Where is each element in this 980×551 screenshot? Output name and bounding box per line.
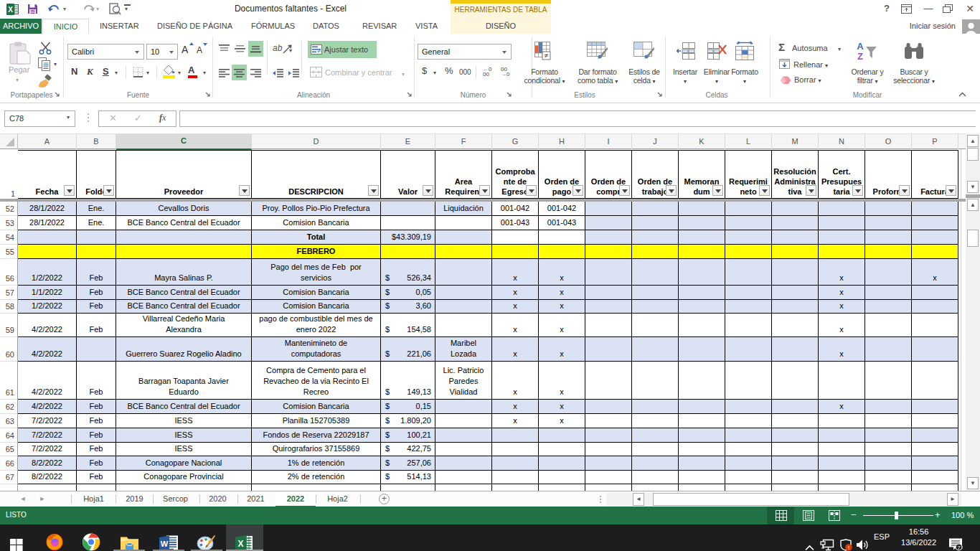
svg-text:!: ! — [848, 545, 849, 551]
svg-text:A: A — [857, 41, 864, 52]
svg-text:Z: Z — [857, 51, 863, 61]
svg-text:W: W — [161, 540, 169, 548]
svg-text:7: 7 — [957, 545, 961, 551]
svg-text:≠: ≠ — [545, 52, 549, 60]
svg-text:X: X — [8, 6, 13, 14]
svg-text:X: X — [237, 539, 243, 549]
